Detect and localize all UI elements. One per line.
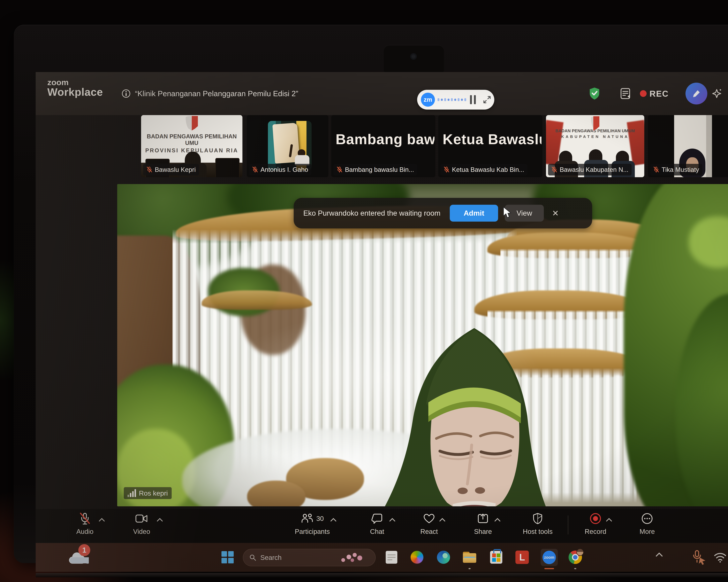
participant-name: Bawaslu Kepri — [155, 166, 196, 173]
laptop-hinge — [36, 573, 728, 577]
laptop-body: zoom Workplace “Klinik Penanganan Pelang… — [14, 25, 728, 563]
camera-icon — [135, 512, 148, 525]
participant-name: Bambang bawaslu Bin... — [345, 166, 414, 173]
participant-tile-antonius[interactable]: Antonius I. Gaho — [247, 115, 328, 177]
tray-mic-in-use-icon[interactable] — [691, 549, 707, 565]
speaker-person — [363, 326, 567, 506]
speaker-name: Ros kepri — [139, 489, 168, 497]
participant-name-tag: Bawaslu Kepri — [143, 164, 199, 175]
participant-name-tag: Ketua Bawaslu Kab Bin... — [440, 164, 527, 175]
ai-companion-sparkle-icon[interactable] — [711, 72, 723, 115]
bawaslu-logo — [591, 116, 599, 127]
zoom-floating-control-pill[interactable]: zm — [417, 90, 494, 110]
mic-muted-icon — [252, 166, 258, 173]
react-button[interactable]: React — [420, 512, 438, 535]
tile5-banner-line2: KABUPATEN NATUNA — [546, 134, 644, 139]
tile2-video — [268, 121, 312, 170]
toolbar-separator — [568, 516, 568, 534]
share-screen-icon — [477, 512, 489, 525]
start-button[interactable] — [220, 550, 235, 564]
video-button[interactable]: Video — [133, 512, 150, 535]
audio-button[interactable]: Audio — [76, 512, 94, 535]
app-microsoft-store[interactable] — [489, 550, 503, 564]
pause-icon[interactable] — [470, 95, 476, 104]
zm-logo: zm — [421, 93, 435, 107]
more-button[interactable]: More — [640, 512, 655, 535]
mic-muted-icon — [337, 166, 343, 173]
participants-caret[interactable] — [330, 518, 337, 524]
main-speaker-video: Eko Purwandoko entered the waiting room … — [117, 184, 728, 506]
participant-name: Tika Mustiaty — [661, 166, 699, 173]
expand-icon[interactable] — [483, 95, 491, 104]
blossom-image — [340, 552, 365, 564]
host-tools-button[interactable]: Host tools — [523, 512, 553, 535]
toast-close-icon[interactable]: ✕ — [552, 209, 559, 218]
participants-count: 30 — [316, 515, 324, 523]
mic-muted-icon — [79, 512, 91, 525]
participant-name-tag: Bambang bawaslu Bin... — [333, 164, 417, 175]
tile5-backdrop: BADAN PENGAWAS PEMILIHAN UMUM KABUPATEN … — [546, 115, 644, 148]
app-white-window[interactable] — [385, 550, 398, 564]
participant-name: Ketua Bawaslu Kab Bin... — [452, 166, 524, 173]
captions-notes-icon[interactable] — [620, 72, 631, 115]
meeting-title: “Klinik Penanganan Pelanggaran Pemilu Ed… — [135, 89, 298, 98]
taskbar-search[interactable]: Search — [243, 549, 375, 566]
security-shield-icon[interactable] — [589, 72, 600, 115]
participants-icon — [301, 513, 313, 524]
info-icon[interactable] — [122, 89, 131, 98]
audio-level-meter-icon — [438, 98, 466, 101]
app-file-explorer[interactable] — [463, 550, 476, 564]
participant-name-tag: Antonius I. Gaho — [249, 164, 311, 175]
avatar — [576, 549, 584, 556]
tray-wifi-icon[interactable] — [713, 551, 727, 563]
participant-tile-natuna[interactable]: BADAN PENGAWAS PEMILIHAN UMUM KABUPATEN … — [546, 115, 644, 177]
participant-name-tag: Bawaslu Kabupaten N... — [548, 164, 632, 175]
brand-zoom: zoom — [47, 78, 103, 87]
mic-muted-icon — [551, 166, 557, 173]
participant-name: Bawaslu Kabupaten N... — [560, 166, 628, 173]
app-edge[interactable] — [437, 550, 450, 564]
webcam-icon — [411, 54, 416, 59]
photo-of-laptop: zoom Workplace “Klinik Penanganan Pelang… — [0, 0, 728, 582]
participant-tile-bawaslu-kepri[interactable]: BADAN PENGAWAS PEMILIHAN UMU PROVINSI KE… — [141, 115, 242, 177]
edge-icon — [437, 551, 450, 564]
react-caret[interactable] — [439, 518, 445, 524]
record-button[interactable]: Record — [585, 512, 606, 535]
record-active-icon — [589, 512, 602, 525]
share-caret[interactable] — [494, 518, 500, 524]
mic-muted-icon — [443, 166, 450, 173]
video-options-caret[interactable] — [157, 518, 163, 524]
record-caret[interactable] — [606, 518, 612, 524]
chat-button[interactable]: Chat — [370, 512, 384, 535]
open-app-indicator — [469, 568, 471, 569]
tile1-banner-line1: BADAN PENGAWAS PEMILIHAN UMU — [141, 133, 242, 146]
store-icon — [490, 551, 502, 564]
cloud-widget[interactable]: 1 — [67, 545, 90, 565]
participant-tile-bambang[interactable]: Bambang bawa... Bambang bawaslu Bin... — [331, 115, 435, 177]
notification-badge: 1 — [78, 544, 90, 556]
app-copilot[interactable] — [410, 550, 424, 564]
pen-icon — [685, 83, 707, 105]
app-zoom-active[interactable]: zoom — [541, 549, 558, 566]
brand-workplace: Workplace — [47, 87, 103, 98]
share-button[interactable]: Share — [474, 512, 492, 535]
rec-dot-icon — [640, 90, 647, 97]
admit-button[interactable]: Admit — [450, 205, 498, 222]
chat-icon — [371, 512, 383, 525]
tray-chevron-up-icon[interactable] — [657, 553, 662, 559]
laptop-screen: zoom Workplace “Klinik Penanganan Pelang… — [36, 72, 728, 572]
zoom-app-icon: zoom — [543, 551, 556, 564]
participant-name: Antonius I. Gaho — [260, 166, 308, 173]
app-l-red[interactable]: L — [515, 550, 529, 564]
audio-options-caret[interactable] — [99, 518, 105, 524]
connection-signal-icon — [128, 489, 136, 497]
participants-button[interactable]: 30 Participants — [295, 512, 330, 535]
participant-tile-ketua[interactable]: Ketua Bawaslu... Ketua Bawaslu Kab Bin..… — [438, 115, 542, 177]
view-button[interactable]: View — [505, 205, 544, 222]
heart-icon — [423, 512, 435, 525]
annotate-pen-button[interactable] — [685, 72, 707, 115]
tile1-monitor-right — [215, 158, 239, 177]
participant-tile-tika[interactable]: Tika Mustiaty — [648, 115, 728, 177]
app-chrome[interactable] — [568, 550, 582, 564]
chat-caret[interactable] — [389, 518, 395, 524]
